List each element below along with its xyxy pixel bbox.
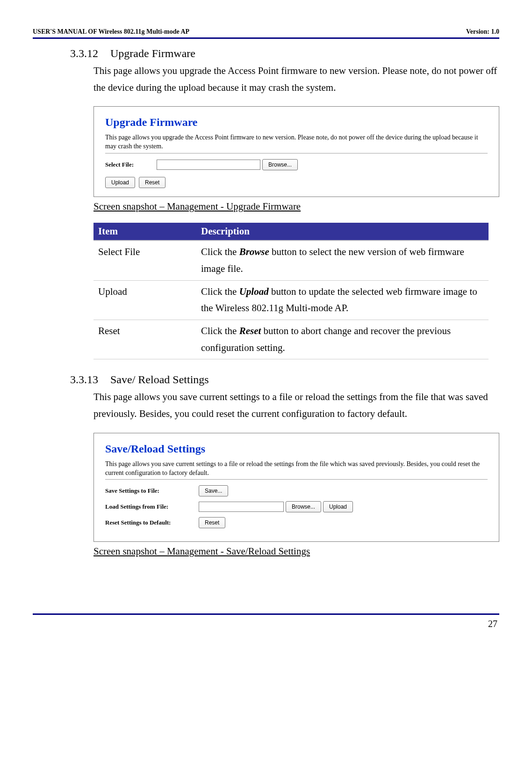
header-right: Version: 1.0 xyxy=(466,28,499,36)
ss2-divider xyxy=(105,479,488,480)
reset-button[interactable]: Reset xyxy=(139,177,165,188)
save-button[interactable]: Save... xyxy=(199,485,228,496)
footer-rule xyxy=(33,613,499,615)
caption-upgrade: Screen snapshot – Management - Upgrade F… xyxy=(93,201,499,212)
section1-body: This page allows you upgrade the Access … xyxy=(93,63,499,96)
load-file-input[interactable] xyxy=(199,502,284,512)
cell-item: Select File xyxy=(93,241,196,280)
screenshot-upgrade-firmware: Upgrade Firmware This page allows you up… xyxy=(93,106,499,197)
section-title: Save/ Reload Settings xyxy=(110,373,209,386)
th-desc: Description xyxy=(196,223,489,241)
section-number: 3.3.13 xyxy=(70,373,108,386)
cell-item: Reset xyxy=(93,320,196,359)
browse-button[interactable]: Browse... xyxy=(262,159,298,170)
reset-default-label: Reset Settings to Default: xyxy=(105,519,199,526)
select-file-label: Select File: xyxy=(105,161,157,168)
page-number: 27 xyxy=(33,619,499,629)
upload-button-2[interactable]: Upload xyxy=(323,501,353,512)
save-to-file-label: Save Settings to File: xyxy=(105,487,199,495)
cell-desc: Click the Browse button to select the ne… xyxy=(196,241,489,280)
table-upgrade: Item Description Select File Click the B… xyxy=(93,223,489,359)
th-item: Item xyxy=(93,223,196,241)
table-row: Reset Click the Reset button to abort ch… xyxy=(93,320,489,359)
table-row: Upload Click the Upload button to update… xyxy=(93,280,489,320)
select-file-input[interactable] xyxy=(157,160,260,170)
ss2-desc: This page allows you save current settin… xyxy=(105,460,488,478)
reset-button-2[interactable]: Reset xyxy=(199,517,225,528)
upload-button[interactable]: Upload xyxy=(105,177,135,188)
browse-button-2[interactable]: Browse... xyxy=(286,501,321,512)
ss2-title: Save/Reload Settings xyxy=(105,443,488,455)
section-heading-save: 3.3.13 Save/ Reload Settings xyxy=(70,373,499,386)
ss1-title: Upgrade Firmware xyxy=(105,116,488,129)
section2-body: This page allows you save current settin… xyxy=(93,389,499,422)
ss1-divider xyxy=(105,153,488,153)
cell-desc: Click the Reset button to abort change a… xyxy=(196,320,489,359)
header-left: USER'S MANUAL OF Wireless 802.11g Multi-… xyxy=(33,28,189,36)
cell-desc: Click the Upload button to update the se… xyxy=(196,280,489,320)
section-heading-upgrade: 3.3.12 Upgrade Firmware xyxy=(70,47,499,60)
cell-item: Upload xyxy=(93,280,196,320)
caption-save: Screen snapshot – Management - Save/Relo… xyxy=(93,546,499,557)
load-from-file-label: Load Settings from File: xyxy=(105,503,199,510)
screenshot-save-reload: Save/Reload Settings This page allows yo… xyxy=(93,433,499,542)
section-number: 3.3.12 xyxy=(70,47,108,60)
page-header: USER'S MANUAL OF Wireless 802.11g Multi-… xyxy=(33,28,499,37)
table-row: Select File Click the Browse button to s… xyxy=(93,241,489,280)
ss1-desc: This page allows you upgrade the Access … xyxy=(105,133,488,151)
section-title: Upgrade Firmware xyxy=(110,47,195,59)
header-rule xyxy=(33,37,499,39)
